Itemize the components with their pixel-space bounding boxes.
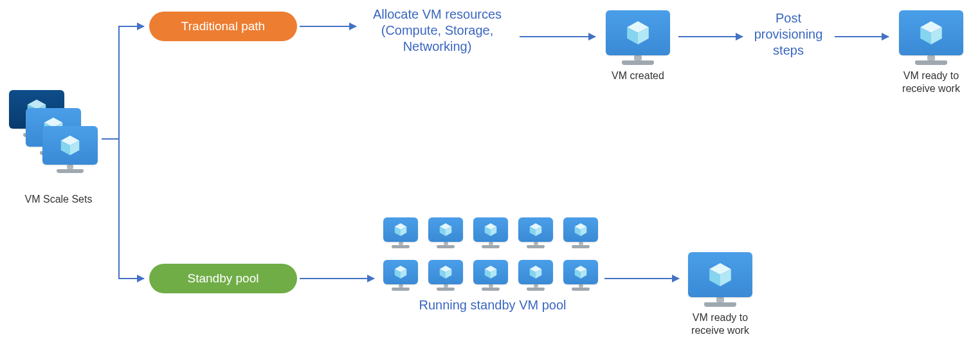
branch-connector — [102, 138, 120, 140]
pool-vm — [563, 260, 598, 291]
arrow-standby-2 — [604, 278, 679, 279]
vmss-label: VM Scale Sets — [4, 193, 113, 206]
post-l3: steps — [745, 42, 832, 59]
cube-icon — [625, 20, 651, 46]
vm-ready-top-label: VM ready to receive work — [886, 69, 976, 95]
arrow-trad-4 — [835, 36, 889, 37]
cube-icon — [918, 20, 944, 46]
pool-vm — [428, 217, 463, 248]
vmss-stack — [9, 90, 112, 199]
pool-vm — [473, 260, 508, 291]
pool-vm — [563, 217, 598, 248]
pool-vm — [428, 260, 463, 291]
pool-vm — [473, 217, 508, 248]
arrow-trad-3 — [678, 36, 743, 37]
cube-icon — [529, 265, 543, 279]
cube-icon — [394, 265, 408, 279]
pool-vm — [383, 217, 418, 248]
post-l1: Post — [745, 10, 832, 26]
vm-ready-bottom — [688, 252, 752, 307]
traditional-pill: Traditional path — [149, 12, 297, 41]
vm-ready-bottom-label: VM ready to receive work — [675, 311, 765, 337]
cube-icon — [574, 265, 588, 279]
cube-icon — [439, 265, 453, 279]
arrow-trad-1 — [300, 26, 356, 27]
pool-label: Running standby VM pool — [383, 297, 602, 313]
pool-vm — [383, 260, 418, 291]
vm-created — [606, 10, 670, 65]
allocate-l2: (Compute, Storage, — [360, 23, 514, 39]
cube-icon — [59, 134, 81, 156]
post-l2: provisioning — [745, 26, 832, 42]
cube-icon — [484, 223, 498, 237]
vm-created-label: VM created — [593, 69, 683, 82]
branch-vertical — [118, 26, 120, 279]
vmss-vm-front — [42, 126, 98, 173]
post-provisioning-text: Post provisioning steps — [745, 10, 832, 59]
pool-vm — [518, 217, 553, 248]
ready-top-l1: VM ready to — [886, 69, 976, 82]
allocate-text: Allocate VM resources (Compute, Storage,… — [360, 6, 514, 55]
ready-bot-l1: VM ready to — [675, 311, 765, 324]
allocate-l3: Networking) — [360, 39, 514, 55]
cube-icon — [394, 223, 408, 237]
pool-vm — [518, 260, 553, 291]
cube-icon — [574, 223, 588, 237]
arrow-trad-2 — [520, 36, 595, 37]
arrow-to-traditional-pill — [120, 26, 144, 27]
ready-bot-l2: receive work — [675, 324, 765, 337]
cube-icon — [439, 223, 453, 237]
cube-icon — [707, 262, 733, 288]
arrow-standby-1 — [300, 278, 374, 279]
ready-top-l2: receive work — [886, 82, 976, 95]
standby-pill: Standby pool — [149, 264, 297, 293]
allocate-l1: Allocate VM resources — [360, 6, 514, 23]
cube-icon — [484, 265, 498, 279]
arrow-to-standby-pill — [120, 278, 144, 279]
cube-icon — [529, 223, 543, 237]
vm-ready-top — [899, 10, 963, 65]
